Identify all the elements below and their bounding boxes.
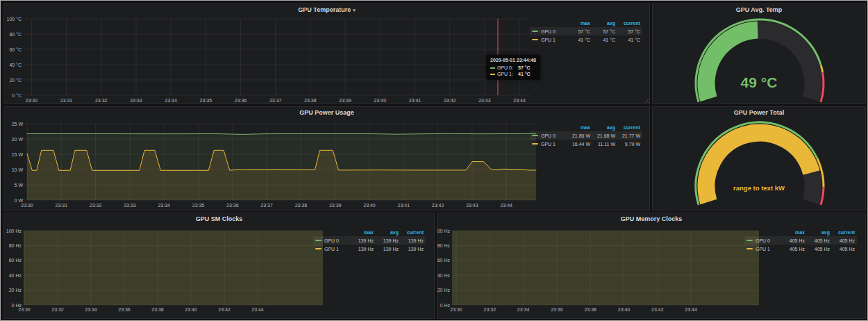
svg-text:23:32: 23:32 — [90, 203, 102, 208]
series-color-swatch — [532, 39, 538, 40]
svg-text:23:42: 23:42 — [651, 307, 664, 312]
svg-text:23:30: 23:30 — [450, 307, 462, 312]
svg-text:20 Hz: 20 Hz — [9, 288, 22, 293]
svg-text:23:35: 23:35 — [200, 98, 212, 103]
svg-text:23:38: 23:38 — [151, 307, 164, 312]
panel-title-gpu-temperature[interactable]: GPU Temperature▾ — [4, 6, 649, 13]
legend-row: GPU 0405 Hz405 Hz405 Hz — [744, 236, 857, 245]
panel-title-gpu-power-usage[interactable]: GPU Power Usage — [4, 109, 649, 116]
series-color-swatch — [490, 67, 495, 69]
panel-gpu-temperature: GPU Temperature▾ 0 °C20 °C40 °C60 °C80 °… — [3, 3, 650, 104]
legend-header[interactable]: avg — [590, 125, 615, 130]
legend-value: 139 Hz — [349, 238, 374, 243]
legend-header[interactable]: avg — [374, 230, 399, 235]
legend-series-name[interactable]: GPU 1 — [315, 247, 349, 252]
svg-text:23:30: 23:30 — [21, 203, 33, 208]
svg-text:23:36: 23:36 — [551, 307, 563, 312]
x-axis-labels: 23:3023:3123:3223:3323:3423:3523:3623:37… — [26, 98, 526, 103]
series-color-swatch — [532, 143, 538, 145]
power-usage-chart-canvas[interactable]: 0 W5 W10 W15 W20 W25 W23:3023:3123:3223:… — [4, 107, 650, 211]
legend-series-name[interactable]: GPU 1 — [532, 38, 565, 42]
svg-text:20 Hz: 20 Hz — [437, 288, 450, 293]
svg-text:23:41: 23:41 — [409, 98, 422, 103]
panel-resize-handle[interactable] — [644, 98, 649, 103]
svg-text:23:33: 23:33 — [124, 203, 136, 208]
power-usage-legend: maxavgcurrentGPU 021.86 W21.68 W21.77 WG… — [530, 124, 642, 148]
x-axis-labels: 23:3023:3223:3423:3623:3823:4023:4223:44 — [450, 307, 697, 312]
legend-header[interactable]: current — [830, 230, 855, 235]
series-areas — [27, 133, 536, 200]
legend-value: 139 Hz — [399, 238, 424, 243]
svg-text:23:44: 23:44 — [685, 307, 697, 312]
svg-text:23:44: 23:44 — [513, 98, 526, 103]
svg-text:23:37: 23:37 — [269, 98, 282, 103]
temperature-legend: maxavgcurrentGPU 057 °C57 °C57 °CGPU 141… — [530, 19, 642, 44]
svg-text:5 W: 5 W — [15, 183, 24, 188]
legend-header[interactable]: max — [349, 230, 374, 235]
legend-header[interactable]: current — [399, 230, 424, 235]
legend-value: 21.68 W — [590, 133, 615, 138]
legend-row: GPU 057 °C57 °C57 °C — [530, 27, 642, 35]
series-color-swatch — [746, 248, 753, 249]
legend-value: 21.77 W — [615, 133, 640, 138]
series-color-swatch — [746, 240, 753, 241]
svg-text:23:36: 23:36 — [118, 307, 131, 312]
power-total-gauge — [653, 107, 866, 211]
y-axis-labels: 0 W5 W10 W15 W20 W25 W — [12, 122, 24, 203]
tooltip-series-row: GPU 0:57 °C — [490, 65, 536, 71]
legend-header-row: maxavgcurrent — [744, 229, 857, 236]
legend-header[interactable]: avg — [590, 21, 615, 26]
legend-header[interactable]: current — [615, 125, 640, 130]
legend-header[interactable]: max — [565, 125, 590, 130]
legend-header[interactable]: max — [780, 230, 805, 235]
legend-series-name[interactable]: GPU 0 — [532, 133, 565, 138]
y-axis-labels: 0 °C20 °C40 °C60 °C80 °C100 °C — [7, 17, 22, 98]
panel-title-gpu-memory-clocks[interactable]: GPU Memory Clocks — [437, 215, 865, 222]
sm-clocks-legend: maxavgcurrentGPU 0139 Hz139 Hz139 HzGPU … — [313, 229, 426, 253]
svg-text:23:43: 23:43 — [478, 98, 491, 103]
legend-value: 139 Hz — [399, 247, 424, 252]
series-color-swatch — [315, 248, 322, 249]
legend-series-name[interactable]: GPU 0 — [315, 238, 349, 243]
legend-header[interactable]: max — [565, 21, 590, 26]
svg-text:23:30: 23:30 — [26, 98, 38, 103]
svg-text:23:36: 23:36 — [235, 98, 247, 103]
legend-series-name[interactable]: GPU 0 — [746, 238, 780, 243]
legend-header-row: maxavgcurrent — [530, 19, 642, 27]
svg-text:23:31: 23:31 — [60, 98, 73, 103]
svg-text:40 °C: 40 °C — [9, 63, 22, 67]
svg-text:23:42: 23:42 — [444, 98, 456, 103]
svg-text:20 °C: 20 °C — [9, 78, 22, 83]
legend-series-name[interactable]: GPU 0 — [532, 29, 565, 34]
legend-value: 139 Hz — [374, 247, 399, 252]
legend-header[interactable]: avg — [805, 230, 830, 235]
panel-title-gpu-sm-clocks[interactable]: GPU SM Clocks — [4, 215, 434, 222]
panel-title-gpu-avg-temp[interactable]: GPU Avg. Temp — [653, 6, 865, 13]
svg-text:80 Hz: 80 Hz — [437, 243, 450, 248]
panel-title-gpu-power-total[interactable]: GPU Power Total — [653, 109, 865, 116]
svg-text:15 W: 15 W — [12, 152, 24, 157]
series-color-swatch — [315, 240, 322, 241]
svg-text:20 W: 20 W — [12, 137, 24, 142]
panel-gpu-avg-temp: GPU Avg. Temp 49 °C — [652, 3, 866, 104]
svg-text:23:40: 23:40 — [374, 98, 387, 103]
legend-value: 21.86 W — [565, 133, 590, 138]
svg-text:23:43: 23:43 — [466, 203, 478, 208]
svg-text:23:32: 23:32 — [51, 307, 64, 312]
svg-text:23:40: 23:40 — [618, 307, 631, 312]
series-color-swatch — [532, 31, 538, 32]
legend-value: 405 Hz — [830, 247, 855, 252]
series-areas — [452, 231, 759, 305]
svg-text:23:36: 23:36 — [226, 203, 239, 208]
svg-text:23:35: 23:35 — [192, 203, 205, 208]
legend-value: 405 Hz — [830, 238, 855, 243]
legend-value: 139 Hz — [374, 238, 399, 243]
legend-header[interactable]: current — [615, 21, 640, 26]
legend-series-name[interactable]: GPU 1 — [746, 247, 780, 252]
legend-value: 41 °C — [590, 38, 615, 42]
dashboard-window: GPU Temperature▾ 0 °C20 °C40 °C60 °C80 °… — [0, 0, 868, 321]
legend-value: 57 °C — [565, 29, 590, 34]
legend-row: GPU 116.44 W11.11 W9.79 W — [530, 140, 642, 148]
legend-series-name[interactable]: GPU 1 — [532, 142, 565, 147]
svg-text:80 °C: 80 °C — [9, 32, 22, 37]
